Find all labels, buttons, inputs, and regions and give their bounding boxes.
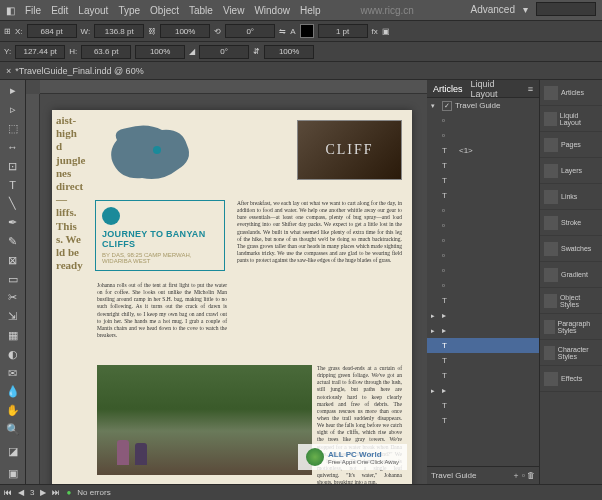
checkbox[interactable]: ✓ xyxy=(442,101,452,111)
y-field[interactable]: 127.44 pt xyxy=(15,45,65,59)
next-page-icon[interactable]: ▶ xyxy=(40,488,46,497)
article-item[interactable]: ▸▸ xyxy=(427,323,539,338)
panel-articles[interactable]: Articles xyxy=(540,80,602,106)
panel-gradient[interactable]: Gradient xyxy=(540,262,602,288)
article-root[interactable]: ▾ ✓ Travel Guide xyxy=(427,98,539,113)
link-icon[interactable]: ⛓ xyxy=(148,27,156,36)
last-page-icon[interactable]: ⏭ xyxy=(52,488,60,497)
article-item[interactable]: ▫ xyxy=(427,233,539,248)
rotate-field[interactable]: 0° xyxy=(225,24,275,38)
rectangle-frame-tool[interactable]: ⊠ xyxy=(2,251,24,269)
article-item[interactable]: ▫ xyxy=(427,263,539,278)
article-item[interactable]: T<1> xyxy=(427,143,539,158)
menu-file[interactable]: File xyxy=(25,5,41,16)
anchor-proxy[interactable]: ⊞ xyxy=(4,27,11,36)
article-item[interactable]: ▫ xyxy=(427,278,539,293)
menu-layout[interactable]: Layout xyxy=(78,5,108,16)
fx-icon[interactable]: fx xyxy=(372,27,378,36)
article-item[interactable]: ▸▸ xyxy=(427,383,539,398)
first-page-icon[interactable]: ⏮ xyxy=(4,488,12,497)
char-icon[interactable]: A xyxy=(290,27,295,36)
article-item[interactable]: T xyxy=(427,398,539,413)
article-item[interactable]: T xyxy=(427,413,539,428)
scalex-field[interactable]: 100% xyxy=(160,24,210,38)
document-tab[interactable]: × *TravelGuide_Final.indd @ 60% xyxy=(0,62,602,80)
menu-type[interactable]: Type xyxy=(118,5,140,16)
pencil-tool[interactable]: ✎ xyxy=(2,233,24,251)
panel-layers[interactable]: Layers xyxy=(540,158,602,184)
content-collector-tool[interactable]: ⊡ xyxy=(2,157,24,175)
menu-table[interactable]: Table xyxy=(189,5,213,16)
scissors-tool[interactable]: ✂ xyxy=(2,289,24,307)
fill-stroke-swatch[interactable]: ◪ xyxy=(2,439,24,463)
rectangle-tool[interactable]: ▭ xyxy=(2,270,24,288)
canvas[interactable]: aist-high d jungle nes direct— liffs. Th… xyxy=(26,80,427,484)
article-item[interactable]: T xyxy=(427,293,539,308)
waterfall-photo[interactable] xyxy=(97,365,312,475)
selection-tool[interactable]: ▸ xyxy=(2,82,24,100)
page-number[interactable]: 3 xyxy=(30,488,34,497)
fill-swatch[interactable] xyxy=(300,24,314,38)
gradient-feather-tool[interactable]: ◐ xyxy=(2,345,24,363)
panel-stroke[interactable]: Stroke xyxy=(540,210,602,236)
panel-effects[interactable]: Effects xyxy=(540,366,602,392)
type-tool[interactable]: T xyxy=(2,176,24,194)
article-item[interactable]: ▫ xyxy=(427,248,539,263)
horizontal-ruler[interactable] xyxy=(40,80,427,94)
panel-menu-icon[interactable]: ≡ xyxy=(528,84,533,94)
document-page[interactable]: aist-high d jungle nes direct— liffs. Th… xyxy=(52,110,412,484)
trash-icon[interactable]: 🗑 xyxy=(527,471,535,480)
vertical-ruler[interactable] xyxy=(26,94,40,484)
pen-tool[interactable]: ✒ xyxy=(2,214,24,232)
panel-object-styles[interactable]: Object Styles xyxy=(540,288,602,314)
cliff-photo[interactable] xyxy=(297,120,402,180)
x-field[interactable]: 684 pt xyxy=(27,24,77,38)
menu-window[interactable]: Window xyxy=(254,5,290,16)
article-item[interactable]: T xyxy=(427,368,539,383)
hand-tool[interactable]: ✋ xyxy=(2,402,24,420)
article-item[interactable]: T xyxy=(427,353,539,368)
line-tool[interactable]: ╲ xyxy=(2,195,24,213)
flip-v-icon[interactable]: ⇵ xyxy=(253,47,260,56)
article-item[interactable]: T xyxy=(427,338,539,353)
disclosure-icon[interactable]: ▸ xyxy=(431,387,439,395)
free-transform-tool[interactable]: ⇲ xyxy=(2,308,24,326)
article-item[interactable]: ▸▸ xyxy=(427,308,539,323)
article-item[interactable]: ▫ xyxy=(427,203,539,218)
search-input[interactable] xyxy=(536,2,596,16)
add-icon[interactable]: ＋ xyxy=(512,471,520,480)
panel-links[interactable]: Links xyxy=(540,184,602,210)
stroke-weight[interactable]: 1 pt xyxy=(318,24,368,38)
workspace-switcher[interactable]: Advanced xyxy=(471,4,515,15)
tab-articles[interactable]: Articles xyxy=(433,84,463,94)
view-mode[interactable]: ▣ xyxy=(2,464,24,482)
tab-liquid-layout[interactable]: Liquid Layout xyxy=(471,79,520,99)
shear-field[interactable]: 0° xyxy=(199,45,249,59)
panel-liquid-layout[interactable]: Liquid Layout xyxy=(540,106,602,132)
article-item[interactable]: ▫ xyxy=(427,218,539,233)
wrap-icon[interactable]: ▣ xyxy=(382,27,390,36)
disclosure-icon[interactable]: ▾ xyxy=(431,102,439,110)
prev-page-icon[interactable]: ◀ xyxy=(18,488,24,497)
preflight-status-icon[interactable]: ● xyxy=(66,488,71,497)
disclosure-icon[interactable]: ▸ xyxy=(431,312,439,320)
articles-list[interactable]: ▾ ✓ Travel Guide ▫▫T<1>TTT▫▫▫▫▫▫T▸▸▸▸TTT… xyxy=(427,98,539,466)
zoom-field[interactable]: 100% xyxy=(264,45,314,59)
scaley-field[interactable]: 100% xyxy=(135,45,185,59)
gradient-tool[interactable]: ▦ xyxy=(2,327,24,345)
menu-view[interactable]: View xyxy=(223,5,245,16)
article-item[interactable]: T xyxy=(427,173,539,188)
new-icon[interactable]: ▫ xyxy=(522,471,525,480)
article-item[interactable]: ▫ xyxy=(427,128,539,143)
gap-tool[interactable]: ↔ xyxy=(2,138,24,156)
w-field[interactable]: 136.8 pt xyxy=(94,24,144,38)
panel-pages[interactable]: Pages xyxy=(540,132,602,158)
article-item[interactable]: T xyxy=(427,158,539,173)
panel-character-styles[interactable]: Character Styles xyxy=(540,340,602,366)
flip-h-icon[interactable]: ⇋ xyxy=(279,27,286,36)
page-tool[interactable]: ⬚ xyxy=(2,120,24,138)
menu-object[interactable]: Object xyxy=(150,5,179,16)
body-text-col2[interactable]: After breakfast, we each lay out what we… xyxy=(237,200,402,264)
zoom-tool[interactable]: 🔍 xyxy=(2,421,24,439)
h-field[interactable]: 63.6 pt xyxy=(81,45,131,59)
